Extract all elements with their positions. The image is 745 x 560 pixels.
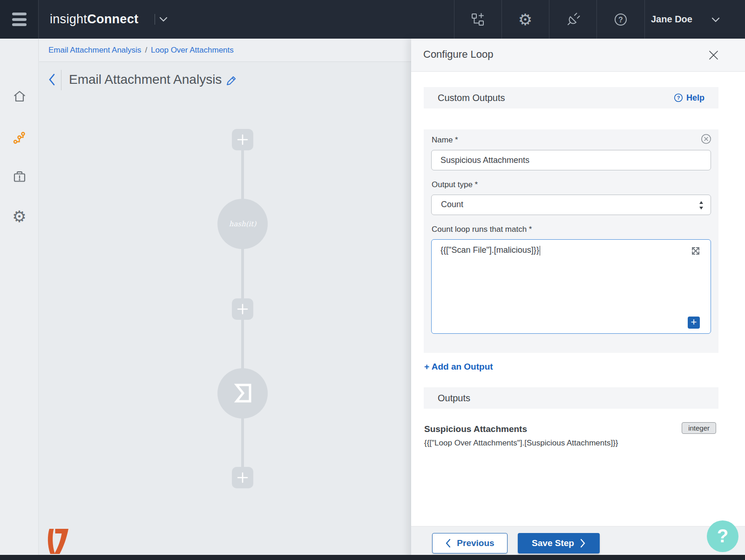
user-menu[interactable]: Jane Doe xyxy=(651,0,692,39)
title-divider xyxy=(61,70,61,90)
user-menu-chevron-icon[interactable] xyxy=(711,17,720,23)
previous-button[interactable]: Previous xyxy=(432,533,508,553)
header-divider xyxy=(644,0,645,39)
breadcrumb: Email Attachment Analysis/Loop Over Atta… xyxy=(48,39,234,62)
edit-title-pencil-icon[interactable] xyxy=(225,74,237,87)
step-node-label: hash(it) xyxy=(229,220,257,228)
svg-text:?: ? xyxy=(618,16,623,24)
previous-button-label: Previous xyxy=(457,538,494,548)
panel-header: Configure Loop xyxy=(411,39,745,72)
workflow-title: Email Attachment Analysis xyxy=(69,72,222,87)
product-switcher-chevron-icon[interactable] xyxy=(159,16,168,22)
main-menu-block xyxy=(0,0,39,39)
count-match-expression-input[interactable]: {{["Scan File"].[malicious]}} + xyxy=(431,239,711,334)
panel-title: Configure Loop xyxy=(423,48,493,61)
remove-output-icon[interactable] xyxy=(701,134,711,144)
output-type-label: Output type * xyxy=(432,180,478,189)
add-variable-button[interactable]: + xyxy=(688,317,700,329)
breadcrumb-bar: Email Attachment Analysis/Loop Over Atta… xyxy=(39,39,411,62)
save-step-button-label: Save Step xyxy=(532,538,574,548)
outputs-section-header: Outputs xyxy=(424,387,718,409)
name-input[interactable] xyxy=(431,150,711,170)
chevron-right-icon xyxy=(580,539,586,548)
product-logo: insightConnect xyxy=(50,0,138,39)
expression-text: {{["Scan File"].[malicious]}} xyxy=(440,245,539,255)
logo-divider xyxy=(155,14,155,25)
save-step-button[interactable]: Save Step xyxy=(518,533,600,553)
count-match-label: Count loop runs that match * xyxy=(432,225,532,234)
sidebar-settings-gear-icon[interactable]: ⚙ xyxy=(0,206,39,227)
add-step-button-2[interactable] xyxy=(232,298,253,320)
chevron-left-icon xyxy=(445,539,451,548)
breadcrumb-step-link[interactable]: Loop Over Attachments xyxy=(151,46,234,54)
sidebar-jobs-icon[interactable] xyxy=(0,166,39,187)
close-panel-icon[interactable] xyxy=(708,49,719,61)
header-divider xyxy=(596,0,597,39)
select-updown-icon xyxy=(698,200,704,210)
output-item-name: Suspicious Attachments xyxy=(424,424,527,434)
rapid7-logo xyxy=(45,527,69,555)
output-item-expression: {{["Loop Over Attachments"].[Suspicious … xyxy=(424,439,618,448)
workflow-canvas: Email Attachment Analysis hash(it) xyxy=(39,62,411,560)
breadcrumb-separator: / xyxy=(141,46,151,54)
workflow-builder-icon[interactable] xyxy=(469,11,486,28)
sidebar-home-icon[interactable] xyxy=(0,86,39,107)
step-node-hashit[interactable]: hash(it) xyxy=(217,199,268,249)
insightconnect-app: insightConnect ⚙ xyxy=(0,0,745,560)
top-header: insightConnect ⚙ xyxy=(0,0,745,39)
help-link-label: Help xyxy=(686,93,704,103)
user-name: Jane Doe xyxy=(651,14,692,24)
custom-outputs-help-link[interactable]: ? Help xyxy=(674,93,704,103)
expand-editor-icon[interactable] xyxy=(690,245,702,257)
left-sidebar: ⚙ xyxy=(0,39,39,560)
output-type-badge: integer xyxy=(682,422,716,434)
help-circle-icon[interactable]: ? xyxy=(612,11,629,28)
output-type-select[interactable]: Count xyxy=(431,195,711,215)
name-label: Name * xyxy=(432,135,458,145)
help-question-icon: ? xyxy=(674,93,683,102)
breadcrumb-workflow-link[interactable]: Email Attachment Analysis xyxy=(48,46,141,54)
svg-text:?: ? xyxy=(677,95,680,101)
settings-gear-icon[interactable]: ⚙ xyxy=(517,11,534,28)
window-bottom-edge xyxy=(0,555,745,560)
loop-sigma-icon xyxy=(229,380,256,407)
header-divider xyxy=(454,0,454,39)
add-an-output-link[interactable]: + Add an Output xyxy=(424,362,493,372)
back-button[interactable] xyxy=(47,73,57,87)
custom-outputs-section-header: Custom Outputs ? Help xyxy=(424,87,718,108)
custom-outputs-title: Custom Outputs xyxy=(438,93,505,103)
outputs-title: Outputs xyxy=(438,393,470,404)
text-caret xyxy=(540,246,541,256)
output-definition-card: Name * Output type * Count Count loop ru… xyxy=(424,129,718,353)
output-type-value: Count xyxy=(441,200,463,209)
add-step-button-3[interactable] xyxy=(232,467,253,488)
logo-connect: Connect xyxy=(87,12,138,26)
hamburger-menu-icon[interactable] xyxy=(12,13,27,26)
header-divider xyxy=(549,0,549,39)
header-divider xyxy=(501,0,502,39)
logo-insight: insight xyxy=(50,12,87,26)
add-step-button-1[interactable] xyxy=(232,129,253,150)
plugins-plug-icon[interactable] xyxy=(565,11,582,28)
sidebar-workflows-icon[interactable] xyxy=(0,127,39,148)
configure-loop-panel: Configure Loop Custom Outputs ? Help xyxy=(411,39,745,560)
step-node-loop[interactable] xyxy=(217,368,268,418)
floating-help-button[interactable]: ? xyxy=(707,520,738,552)
